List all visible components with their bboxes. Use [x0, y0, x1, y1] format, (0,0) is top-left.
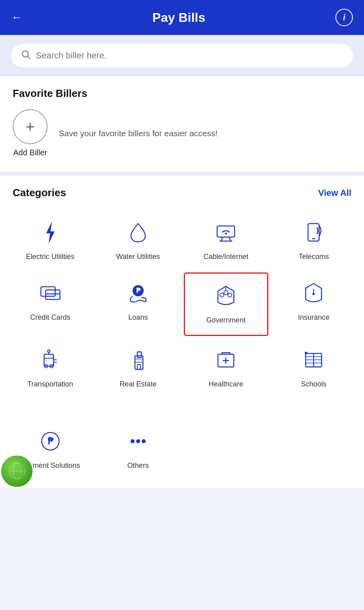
header: ← Pay Bills i [0, 0, 364, 35]
back-button[interactable]: ← [11, 11, 22, 24]
category-telecoms[interactable]: Telecoms [270, 210, 358, 271]
svg-rect-44 [305, 352, 307, 354]
category-schools[interactable]: Schools [270, 338, 358, 398]
category-insurance[interactable]: Insurance [270, 271, 358, 337]
category-label-schools: Schools [301, 380, 326, 389]
svg-point-47 [131, 439, 135, 443]
svg-rect-10 [46, 290, 60, 299]
category-label-water: Water Utilities [116, 252, 160, 261]
svg-rect-29 [137, 352, 141, 357]
svg-point-49 [142, 439, 146, 443]
category-label-telecoms: Telecoms [299, 252, 329, 261]
category-transport[interactable]: Transportation [6, 338, 94, 398]
category-cable[interactable]: Cable/Internet [182, 210, 270, 271]
categories-header: Categories View All [6, 187, 358, 199]
others-icon [124, 427, 152, 456]
credit-icon [36, 279, 65, 307]
category-label-loans: Loans [128, 313, 148, 322]
svg-rect-32 [137, 365, 141, 369]
schools-icon [299, 346, 328, 374]
category-label-realestate: Real Estate [119, 380, 156, 389]
category-loans[interactable]: ₱ Loans [94, 271, 182, 337]
svg-text:₱: ₱ [136, 287, 141, 295]
svg-point-16 [228, 293, 232, 297]
water-icon [124, 218, 152, 247]
bottom-grid: ₱ Payment Solutions Others [6, 419, 358, 480]
category-electric[interactable]: Electric Utilities [6, 210, 94, 271]
telecoms-icon [299, 218, 328, 247]
government-icon [212, 282, 240, 310]
search-bar[interactable] [11, 44, 353, 68]
categories-title: Categories [13, 187, 66, 199]
favorite-description: Save your favorite billers for easier ac… [59, 127, 218, 140]
info-button[interactable]: i [335, 9, 353, 26]
section-divider [0, 172, 364, 176]
category-credit[interactable]: Credit Cards [6, 271, 94, 337]
electric-icon [36, 218, 65, 247]
category-label-credit: Credit Cards [30, 313, 70, 322]
category-label-transport: Transportation [27, 380, 73, 389]
svg-point-25 [48, 350, 50, 352]
category-others[interactable]: Others [94, 419, 182, 480]
transport-icon [36, 346, 65, 374]
view-all-button[interactable]: View All [318, 188, 351, 198]
svg-line-1 [28, 56, 30, 59]
category-government[interactable]: Government [184, 272, 268, 336]
svg-rect-9 [41, 287, 55, 296]
svg-text:₱: ₱ [47, 436, 53, 446]
favorite-billers-title: Favorite Billers [13, 87, 351, 100]
category-label-cable: Cable/Internet [204, 252, 248, 261]
favorite-billers-section: Favorite Billers + Add Biller Save your … [0, 76, 364, 172]
svg-rect-2 [217, 226, 235, 237]
category-label-insurance: Insurance [298, 313, 329, 322]
svg-line-4 [229, 237, 231, 241]
category-realestate[interactable]: Real Estate [94, 338, 182, 398]
category-label-others: Others [127, 461, 149, 470]
insurance-icon [299, 279, 328, 307]
svg-point-48 [136, 439, 140, 443]
category-label-payment: Payment Solutions [21, 461, 80, 470]
add-biller-label: Add Biller [13, 148, 47, 157]
realestate-icon [124, 346, 152, 374]
loans-icon: ₱ [124, 279, 152, 307]
cable-icon [212, 218, 240, 247]
healthcare-icon [212, 346, 240, 374]
page-title: Pay Bills [152, 10, 205, 25]
category-payment[interactable]: ₱ Payment Solutions [6, 419, 94, 480]
search-input[interactable] [36, 50, 343, 61]
search-section [0, 35, 364, 76]
svg-point-14 [220, 293, 224, 297]
categories-section: Categories View All Electric Utilities W… [0, 176, 364, 409]
categories-grid: Electric Utilities Water Utilities [6, 210, 358, 398]
payment-icon: ₱ [36, 427, 65, 456]
svg-point-18 [312, 293, 315, 295]
add-biller-button[interactable]: + Add Biller [13, 109, 48, 157]
category-healthcare[interactable]: Healthcare [182, 338, 270, 398]
category-water[interactable]: Water Utilities [94, 210, 182, 271]
add-circle-icon: + [13, 109, 48, 144]
svg-point-6 [225, 233, 227, 235]
svg-point-15 [224, 291, 228, 295]
category-label-electric: Electric Utilities [26, 252, 75, 261]
category-label-government: Government [206, 316, 246, 325]
bottom-categories-section: ₱ Payment Solutions Others [0, 409, 364, 488]
category-label-healthcare: Healthcare [209, 380, 243, 389]
svg-line-3 [221, 237, 223, 241]
search-icon [21, 49, 31, 62]
